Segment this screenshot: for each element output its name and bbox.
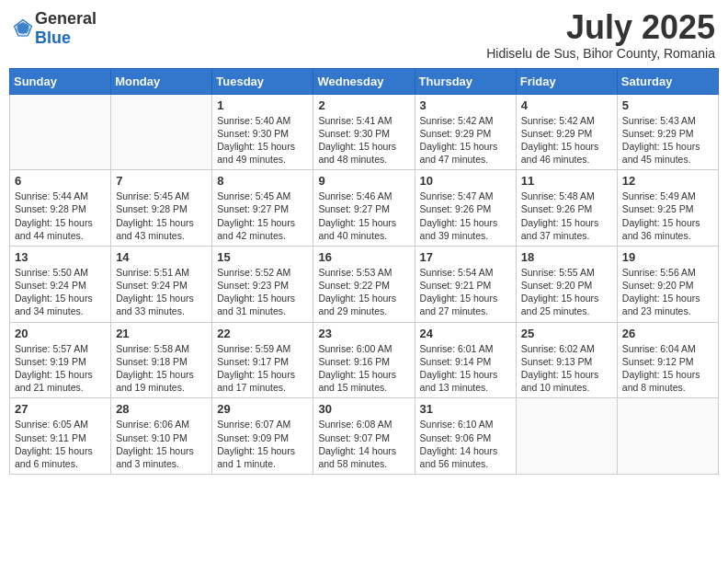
day-info: Sunrise: 6:00 AM Sunset: 9:16 PM Dayligh… [318,342,409,395]
day-info: Sunrise: 5:50 AM Sunset: 9:24 PM Dayligh… [15,266,106,318]
calendar-cell: 9Sunrise: 5:46 AM Sunset: 9:27 PM Daylig… [313,170,415,247]
day-number: 27 [15,402,106,416]
day-info: Sunrise: 5:47 AM Sunset: 9:26 PM Dayligh… [420,190,511,242]
calendar-cell [10,94,111,170]
day-info: Sunrise: 5:42 AM Sunset: 9:29 PM Dayligh… [521,114,612,167]
calendar-cell [617,398,718,475]
calendar-cell: 30Sunrise: 6:08 AM Sunset: 9:07 PM Dayli… [313,398,415,475]
month-title: July 2025 [486,9,715,46]
day-number: 9 [318,174,409,188]
calendar-week-row: 27Sunrise: 6:05 AM Sunset: 9:11 PM Dayli… [10,398,719,475]
day-number: 14 [116,250,207,264]
day-number: 11 [521,174,612,188]
day-info: Sunrise: 6:05 AM Sunset: 9:11 PM Dayligh… [15,418,106,470]
calendar-cell: 24Sunrise: 6:01 AM Sunset: 9:14 PM Dayli… [415,322,516,398]
column-header-sunday: Sunday [10,68,111,94]
day-info: Sunrise: 5:57 AM Sunset: 9:19 PM Dayligh… [15,342,106,395]
logo: General Blue [13,9,97,48]
calendar-week-row: 6Sunrise: 5:44 AM Sunset: 9:28 PM Daylig… [10,170,719,247]
day-info: Sunrise: 5:40 AM Sunset: 9:30 PM Dayligh… [217,114,308,167]
day-info: Sunrise: 6:10 AM Sunset: 9:06 PM Dayligh… [420,418,511,470]
day-number: 31 [420,402,511,416]
logo-text: General Blue [35,9,97,48]
day-info: Sunrise: 5:43 AM Sunset: 9:29 PM Dayligh… [622,114,713,167]
day-number: 28 [116,402,207,416]
calendar-cell: 28Sunrise: 6:06 AM Sunset: 9:10 PM Dayli… [111,398,212,475]
day-number: 19 [622,250,713,264]
calendar-header-row: SundayMondayTuesdayWednesdayThursdayFrid… [10,68,719,94]
day-info: Sunrise: 5:41 AM Sunset: 9:30 PM Dayligh… [318,114,409,167]
day-info: Sunrise: 5:53 AM Sunset: 9:22 PM Dayligh… [318,266,409,318]
day-info: Sunrise: 6:02 AM Sunset: 9:13 PM Dayligh… [521,342,612,395]
day-info: Sunrise: 6:07 AM Sunset: 9:09 PM Dayligh… [217,418,308,470]
day-number: 24 [420,327,511,340]
calendar-cell [111,94,212,170]
logo-icon [13,18,33,39]
day-info: Sunrise: 5:46 AM Sunset: 9:27 PM Dayligh… [318,190,409,242]
day-number: 26 [622,327,713,340]
calendar-cell: 22Sunrise: 5:59 AM Sunset: 9:17 PM Dayli… [212,322,313,398]
day-number: 15 [217,250,308,264]
day-info: Sunrise: 5:56 AM Sunset: 9:20 PM Dayligh… [622,266,713,318]
day-number: 1 [217,98,308,112]
calendar-cell: 21Sunrise: 5:58 AM Sunset: 9:18 PM Dayli… [111,322,212,398]
calendar-cell: 1Sunrise: 5:40 AM Sunset: 9:30 PM Daylig… [212,94,313,170]
calendar-week-row: 1Sunrise: 5:40 AM Sunset: 9:30 PM Daylig… [10,94,719,170]
day-info: Sunrise: 5:49 AM Sunset: 9:25 PM Dayligh… [622,190,713,242]
day-info: Sunrise: 5:51 AM Sunset: 9:24 PM Dayligh… [116,266,207,318]
calendar-cell: 11Sunrise: 5:48 AM Sunset: 9:26 PM Dayli… [516,170,617,247]
calendar-cell: 17Sunrise: 5:54 AM Sunset: 9:21 PM Dayli… [415,246,516,322]
day-number: 5 [622,98,713,112]
day-number: 25 [521,327,612,340]
day-info: Sunrise: 5:55 AM Sunset: 9:20 PM Dayligh… [521,266,612,318]
calendar-cell: 3Sunrise: 5:42 AM Sunset: 9:29 PM Daylig… [415,94,516,170]
calendar-cell [516,398,617,475]
day-info: Sunrise: 5:45 AM Sunset: 9:27 PM Dayligh… [217,190,308,242]
day-info: Sunrise: 5:54 AM Sunset: 9:21 PM Dayligh… [420,266,511,318]
calendar-cell: 26Sunrise: 6:04 AM Sunset: 9:12 PM Dayli… [617,322,718,398]
calendar-cell: 5Sunrise: 5:43 AM Sunset: 9:29 PM Daylig… [617,94,718,170]
calendar-cell: 25Sunrise: 6:02 AM Sunset: 9:13 PM Dayli… [516,322,617,398]
column-header-tuesday: Tuesday [212,68,313,94]
calendar-cell: 18Sunrise: 5:55 AM Sunset: 9:20 PM Dayli… [516,246,617,322]
calendar-cell: 2Sunrise: 5:41 AM Sunset: 9:30 PM Daylig… [313,94,415,170]
column-header-saturday: Saturday [617,68,718,94]
column-header-monday: Monday [111,68,212,94]
day-number: 16 [318,250,409,264]
calendar-cell: 14Sunrise: 5:51 AM Sunset: 9:24 PM Dayli… [111,246,212,322]
calendar-cell: 29Sunrise: 6:07 AM Sunset: 9:09 PM Dayli… [212,398,313,475]
day-info: Sunrise: 6:01 AM Sunset: 9:14 PM Dayligh… [420,342,511,395]
day-number: 3 [420,98,511,112]
calendar-cell: 10Sunrise: 5:47 AM Sunset: 9:26 PM Dayli… [415,170,516,247]
calendar-cell: 6Sunrise: 5:44 AM Sunset: 9:28 PM Daylig… [10,170,111,247]
column-header-wednesday: Wednesday [313,68,415,94]
calendar-cell: 19Sunrise: 5:56 AM Sunset: 9:20 PM Dayli… [617,246,718,322]
column-header-thursday: Thursday [415,68,516,94]
calendar-cell: 27Sunrise: 6:05 AM Sunset: 9:11 PM Dayli… [10,398,111,475]
calendar-cell: 15Sunrise: 5:52 AM Sunset: 9:23 PM Dayli… [212,246,313,322]
column-header-friday: Friday [516,68,617,94]
logo-general: General [35,9,97,28]
calendar-cell: 31Sunrise: 6:10 AM Sunset: 9:06 PM Dayli… [415,398,516,475]
calendar-cell: 13Sunrise: 5:50 AM Sunset: 9:24 PM Dayli… [10,246,111,322]
calendar-week-row: 13Sunrise: 5:50 AM Sunset: 9:24 PM Dayli… [10,246,719,322]
day-number: 13 [15,250,106,264]
day-number: 8 [217,174,308,188]
day-number: 17 [420,250,511,264]
calendar-table: SundayMondayTuesdayWednesdayThursdayFrid… [9,68,719,475]
day-info: Sunrise: 6:08 AM Sunset: 9:07 PM Dayligh… [318,418,409,470]
location-title: Hidiselu de Sus, Bihor County, Romania [486,46,715,61]
day-number: 22 [217,327,308,340]
calendar-cell: 12Sunrise: 5:49 AM Sunset: 9:25 PM Dayli… [617,170,718,247]
day-number: 20 [15,327,106,340]
day-info: Sunrise: 6:06 AM Sunset: 9:10 PM Dayligh… [116,418,207,470]
day-number: 21 [116,327,207,340]
day-number: 4 [521,98,612,112]
page-header: General Blue July 2025 Hidiselu de Sus, … [9,9,719,61]
day-info: Sunrise: 5:48 AM Sunset: 9:26 PM Dayligh… [521,190,612,242]
logo-blue: Blue [35,29,71,47]
calendar-cell: 16Sunrise: 5:53 AM Sunset: 9:22 PM Dayli… [313,246,415,322]
calendar-cell: 23Sunrise: 6:00 AM Sunset: 9:16 PM Dayli… [313,322,415,398]
calendar-cell: 8Sunrise: 5:45 AM Sunset: 9:27 PM Daylig… [212,170,313,247]
calendar-cell: 20Sunrise: 5:57 AM Sunset: 9:19 PM Dayli… [10,322,111,398]
